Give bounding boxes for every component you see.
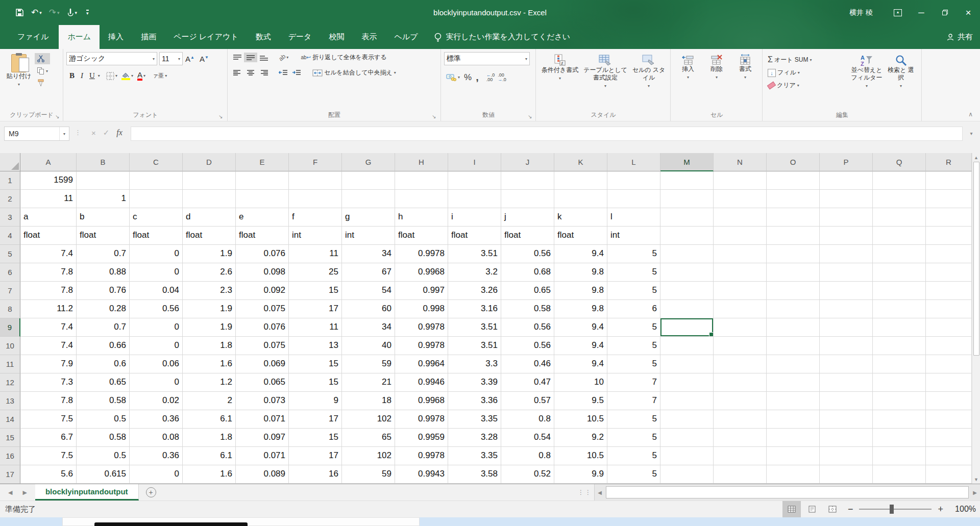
cell-H4[interactable]: float: [395, 227, 448, 245]
cell-B9[interactable]: 0.7: [77, 318, 130, 337]
cell-I6[interactable]: 3.2: [448, 263, 501, 282]
cell-D15[interactable]: 1.8: [183, 429, 236, 447]
cell-C11[interactable]: 0.06: [130, 355, 183, 373]
user-name[interactable]: 横井 稜: [849, 8, 873, 17]
italic-button[interactable]: I: [78, 71, 86, 80]
cell-N2[interactable]: [714, 190, 767, 208]
cell-O2[interactable]: [767, 190, 820, 208]
format-as-table-button[interactable]: テーブルとして 書式設定 ▾: [581, 52, 630, 109]
cell-N14[interactable]: [714, 410, 767, 429]
close-icon[interactable]: ×: [957, 0, 980, 25]
underline-button[interactable]: U: [86, 71, 98, 80]
cell-I3[interactable]: i: [448, 208, 501, 227]
phonetic-guide-button[interactable]: ァ亜 ▾: [151, 70, 169, 81]
cell-P12[interactable]: [820, 373, 873, 392]
cell-I12[interactable]: 3.39: [448, 373, 501, 392]
cell-C6[interactable]: 0: [130, 263, 183, 282]
cell-N16[interactable]: [714, 447, 767, 465]
customize-qat-icon[interactable]: ▾: [86, 10, 89, 15]
cell-I11[interactable]: 3.3: [448, 355, 501, 373]
tab-描画[interactable]: 描画: [132, 25, 165, 49]
cell-G2[interactable]: [342, 190, 395, 208]
paste-caret-icon[interactable]: ▾: [18, 81, 20, 88]
cell-G3[interactable]: g: [342, 208, 395, 227]
column-header-G[interactable]: G: [342, 153, 395, 171]
cell-A7[interactable]: 7.8: [20, 282, 77, 300]
cell-H16[interactable]: 0.9978: [395, 447, 448, 465]
cell-D3[interactable]: d: [183, 208, 236, 227]
insert-cells-button[interactable]: 挿入 ▾: [674, 52, 702, 109]
page-break-view-icon[interactable]: [823, 501, 842, 517]
cell-O13[interactable]: [767, 392, 820, 410]
cell-G1[interactable]: [342, 171, 395, 190]
cell-L2[interactable]: [607, 190, 660, 208]
cell-F2[interactable]: [289, 190, 342, 208]
cell-R14[interactable]: [926, 410, 972, 429]
cell-J1[interactable]: [501, 171, 554, 190]
cell-O9[interactable]: [767, 318, 820, 337]
cell-G17[interactable]: 59: [342, 465, 395, 484]
cell-R1[interactable]: [926, 171, 972, 190]
cell-N1[interactable]: [714, 171, 767, 190]
sort-filter-button[interactable]: AZ 並べ替えと フィルター ▾: [848, 52, 885, 109]
cell-M4[interactable]: [660, 227, 714, 245]
cell-C13[interactable]: 0.02: [130, 392, 183, 410]
font-size-select[interactable]: 11▾: [159, 52, 183, 65]
percent-style-button[interactable]: %: [462, 71, 474, 84]
column-header-D[interactable]: D: [183, 153, 236, 171]
cell-K10[interactable]: 9.4: [554, 337, 607, 355]
cell-I7[interactable]: 3.26: [448, 282, 501, 300]
cell-Q14[interactable]: [873, 410, 926, 429]
tell-me-box[interactable]: 実行したい作業を入力してください: [434, 25, 571, 49]
cell-N9[interactable]: [714, 318, 767, 337]
cell-B2[interactable]: 1: [77, 190, 130, 208]
cell-I1[interactable]: [448, 171, 501, 190]
cell-H5[interactable]: 0.9978: [395, 245, 448, 263]
cell-J11[interactable]: 0.46: [501, 355, 554, 373]
insert-function-icon[interactable]: fx: [116, 128, 122, 137]
cell-M13[interactable]: [660, 392, 714, 410]
tab-ページ レイアウト[interactable]: ページ レイアウト: [165, 25, 247, 49]
cell-K7[interactable]: 9.8: [554, 282, 607, 300]
cell-L11[interactable]: 5: [607, 355, 660, 373]
column-header-P[interactable]: P: [820, 153, 873, 171]
cell-A5[interactable]: 7.4: [20, 245, 77, 263]
cell-G8[interactable]: 60: [342, 300, 395, 318]
row-header-16[interactable]: 16: [0, 447, 20, 465]
cell-M5[interactable]: [660, 245, 714, 263]
cell-M12[interactable]: [660, 373, 714, 392]
cell-O4[interactable]: [767, 227, 820, 245]
decrease-font-icon[interactable]: A▼: [197, 55, 211, 63]
cell-R11[interactable]: [926, 355, 972, 373]
cell-A11[interactable]: 7.9: [20, 355, 77, 373]
cell-E16[interactable]: 0.071: [236, 447, 289, 465]
cell-A1[interactable]: 1599: [20, 171, 77, 190]
cell-L1[interactable]: [607, 171, 660, 190]
cell-Q5[interactable]: [873, 245, 926, 263]
cell-M7[interactable]: [660, 282, 714, 300]
cell-O1[interactable]: [767, 171, 820, 190]
cell-B13[interactable]: 0.58: [77, 392, 130, 410]
comma-style-button[interactable]: ,: [474, 70, 481, 85]
cell-N11[interactable]: [714, 355, 767, 373]
tab-データ[interactable]: データ: [280, 25, 321, 49]
cell-A3[interactable]: a: [20, 208, 77, 227]
increase-decimal-button[interactable]: ←.0.00: [485, 72, 497, 83]
cell-Q13[interactable]: [873, 392, 926, 410]
scroll-right-icon[interactable]: ▶: [970, 490, 980, 495]
copy-caret-icon[interactable]: ▾: [46, 69, 48, 73]
cell-D7[interactable]: 2.3: [183, 282, 236, 300]
tab-scroll-splitter[interactable]: ⋮⋮: [578, 484, 594, 500]
cell-Q8[interactable]: [873, 300, 926, 318]
cell-J3[interactable]: j: [501, 208, 554, 227]
cell-O14[interactable]: [767, 410, 820, 429]
save-icon[interactable]: [13, 8, 26, 17]
cell-P9[interactable]: [820, 318, 873, 337]
cell-I13[interactable]: 3.36: [448, 392, 501, 410]
zoom-slider[interactable]: [859, 509, 932, 510]
format-painter-button[interactable]: [35, 78, 50, 89]
cell-J7[interactable]: 0.65: [501, 282, 554, 300]
cell-L17[interactable]: 5: [607, 465, 660, 484]
name-box[interactable]: M9 ▾: [4, 127, 69, 141]
cell-J17[interactable]: 0.52: [501, 465, 554, 484]
